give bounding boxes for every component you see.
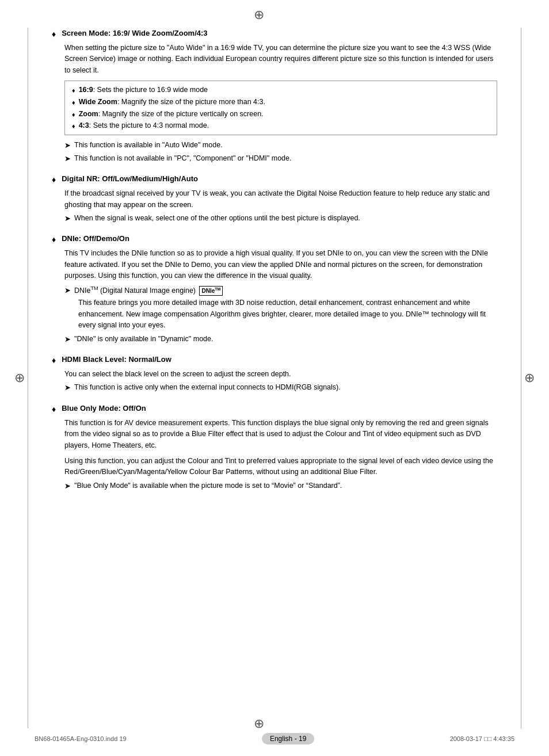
section-dnie-header: ♦ DNIe: Off/Demo/On xyxy=(52,234,497,245)
bullet-diamond-4: ♦ xyxy=(52,356,56,365)
section-hdmi-black-header: ♦ HDMI Black Level: Normal/Low xyxy=(52,355,497,366)
section-screen-mode-title: Screen Mode: 16:9/ Wide Zoom/Zoom/4:3 xyxy=(62,29,207,37)
dnie-note-1: ➤ "DNIe" is only available in "Dynamic" … xyxy=(64,334,497,345)
section-screen-mode-header: ♦ Screen Mode: 16:9/ Wide Zoom/Zoom/4:3 xyxy=(52,29,497,40)
screen-mode-intro: When setting the picture size to "Auto W… xyxy=(64,43,497,76)
boxed-item-4-3-text: 4:3: Sets the picture to 4:3 normal mode… xyxy=(79,120,209,131)
digital-nr-intro: If the broadcast signal received by your… xyxy=(64,188,497,211)
boxed-item-16-9-text: 16:9: Sets the picture to 16:9 wide mode xyxy=(79,85,208,96)
small-diamond-4: ♦ xyxy=(72,121,75,131)
note-arrow-6: ➤ xyxy=(64,382,71,394)
boxed-item-zoom-text: Zoom: Magnify the size of the picture ve… xyxy=(79,109,264,120)
compass-top-icon: ⊕ xyxy=(250,6,268,24)
section-dnie: ♦ DNIe: Off/Demo/On This TV includes the… xyxy=(52,234,497,345)
bullet-diamond-2: ♦ xyxy=(52,175,56,184)
small-diamond-2: ♦ xyxy=(72,98,75,108)
screen-mode-note-1-text: This function is available in "Auto Wide… xyxy=(74,140,223,151)
section-digital-nr: ♦ Digital NR: Off/Low/Medium/High/Auto I… xyxy=(52,174,497,224)
hdmi-black-note-1: ➤ This function is active only when the … xyxy=(64,382,497,394)
note-arrow-5: ➤ xyxy=(64,334,71,345)
section-hdmi-black: ♦ HDMI Black Level: Normal/Low You can s… xyxy=(52,355,497,394)
dnie-intro: This TV includes the DNIe function so as… xyxy=(64,248,497,281)
hdmi-black-intro: You can select the black level on the sc… xyxy=(64,369,497,380)
bullet-diamond-3: ♦ xyxy=(52,235,56,244)
compass-bottom-icon: ⊕ xyxy=(250,715,268,733)
note-arrow-7: ➤ xyxy=(64,480,71,492)
section-blue-only-body: This function is for AV device measureme… xyxy=(64,418,497,491)
blue-only-para2: Using this function, you can adjust the … xyxy=(64,456,497,478)
bullet-diamond-5: ♦ xyxy=(52,404,56,414)
section-dnie-body: This TV includes the DNIe function so as… xyxy=(64,248,497,345)
section-screen-mode: ♦ Screen Mode: 16:9/ Wide Zoom/Zoom/4:3 … xyxy=(52,29,497,164)
section-digital-nr-header: ♦ Digital NR: Off/Low/Medium/High/Auto xyxy=(52,174,497,185)
note-arrow-2: ➤ xyxy=(64,153,71,165)
note-arrow-3: ➤ xyxy=(64,213,71,224)
footer-right: 2008-03-17 □□ 4:43:35 xyxy=(450,735,514,742)
boxed-item-wide-zoom: ♦ Wide Zoom: Magnify the size of the pic… xyxy=(72,97,490,108)
compass-left-icon: ⊕ xyxy=(10,369,29,387)
screen-mode-boxed-list: ♦ 16:9: Sets the picture to 16:9 wide mo… xyxy=(64,81,497,135)
digital-nr-note-1: ➤ When the signal is weak, select one of… xyxy=(64,213,497,224)
dnie-feature-text: This feature brings you more detailed im… xyxy=(78,297,497,331)
dnie-main-note: ➤ DNIeTM (Digital Natural Image engine) … xyxy=(64,285,497,296)
section-digital-nr-body: If the broadcast signal received by your… xyxy=(64,188,497,224)
boxed-item-4-3: ♦ 4:3: Sets the picture to 4:3 normal mo… xyxy=(72,120,490,131)
footer-left: BN68-01465A-Eng-0310.indd 19 xyxy=(35,735,127,742)
section-blue-only: ♦ Blue Only Mode: Off/On This function i… xyxy=(52,404,497,491)
section-hdmi-black-title: HDMI Black Level: Normal/Low xyxy=(62,355,171,364)
boxed-item-wide-zoom-text: Wide Zoom: Magnify the size of the pictu… xyxy=(79,97,265,108)
main-content: ♦ Screen Mode: 16:9/ Wide Zoom/Zoom/4:3 … xyxy=(40,29,509,491)
section-dnie-title: DNIe: Off/Demo/On xyxy=(62,234,129,243)
bullet-diamond-1: ♦ xyxy=(52,29,56,39)
dnie-badge: DNIeTM xyxy=(199,286,223,296)
digital-nr-note-1-text: When the signal is weak, select one of t… xyxy=(74,213,360,224)
footer: BN68-01465A-Eng-0310.indd 19 English - 1… xyxy=(0,733,549,744)
screen-mode-note-1: ➤ This function is available in "Auto Wi… xyxy=(64,140,497,151)
section-digital-nr-title: Digital NR: Off/Low/Medium/High/Auto xyxy=(62,174,198,183)
note-arrow-4: ➤ xyxy=(64,285,71,296)
compass-right-icon: ⊕ xyxy=(520,369,539,387)
hdmi-black-note-1-text: This function is active only when the ex… xyxy=(74,382,341,393)
blue-only-note-1: ➤ "Blue Only Mode" is available when the… xyxy=(64,480,497,492)
footer-center: English - 19 xyxy=(262,733,314,744)
boxed-item-16-9: ♦ 16:9: Sets the picture to 16:9 wide mo… xyxy=(72,85,490,96)
dnie-note-1-text: "DNIe" is only available in "Dynamic" mo… xyxy=(74,334,213,345)
section-screen-mode-body: When setting the picture size to "Auto W… xyxy=(64,43,497,164)
blue-only-para1: This function is for AV device measureme… xyxy=(64,418,497,451)
section-blue-only-header: ♦ Blue Only Mode: Off/On xyxy=(52,404,497,415)
small-diamond-1: ♦ xyxy=(72,86,75,96)
blue-only-note-1-text: "Blue Only Mode" is available when the p… xyxy=(74,480,342,491)
dnie-main-note-text: DNIeTM (Digital Natural Image engine) DN… xyxy=(74,285,223,296)
note-arrow-1: ➤ xyxy=(64,140,71,151)
section-blue-only-title: Blue Only Mode: Off/On xyxy=(62,404,146,413)
small-diamond-3: ♦ xyxy=(72,110,75,120)
screen-mode-note-2: ➤ This function is not available in "PC"… xyxy=(64,153,497,165)
section-hdmi-black-body: You can select the black level on the sc… xyxy=(64,369,497,394)
screen-mode-note-2-text: This function is not available in "PC", … xyxy=(74,153,291,164)
boxed-item-zoom: ♦ Zoom: Magnify the size of the picture … xyxy=(72,109,490,120)
page: ⊕ ⊕ ⊕ ⊕ ♦ Screen Mode: 16:9/ Wide Zoom/Z… xyxy=(0,0,549,756)
